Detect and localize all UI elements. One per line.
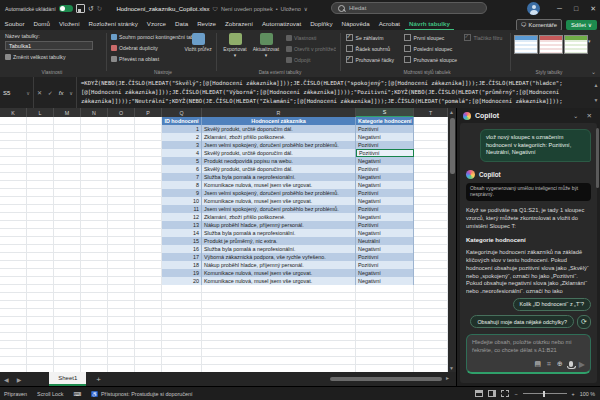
horizontal-scroll-thumb[interactable] (330, 377, 442, 381)
cell-review-text[interactable]: Zklamání, zboží přišlo poškozené. (202, 213, 356, 221)
cell-id[interactable]: 8 (162, 181, 202, 189)
cell-id[interactable]: 16 (162, 245, 202, 253)
scroll-up-icon[interactable]: ▲ (449, 109, 454, 115)
table-row[interactable]: 17Výborná zákaznická podpora, vše rychle… (162, 253, 414, 261)
checkbox-se-záhlavím[interactable]: Se záhlavím (346, 34, 394, 41)
microphone-icon[interactable] (569, 361, 573, 367)
comments-button[interactable]: 🗨 Komentáře (516, 19, 562, 31)
table-row[interactable]: 20Komunikace nulová, musel jsem vše urgo… (162, 277, 414, 285)
tab-automatizovat[interactable]: Automatizovat (257, 17, 305, 30)
cell-id[interactable]: 9 (162, 189, 202, 197)
cell-id[interactable]: 12 (162, 213, 202, 221)
cell-category[interactable]: Negativní (356, 277, 414, 285)
export-button[interactable]: Exportovat▾ (221, 33, 249, 69)
sheet-prev-icon[interactable]: ◀ (0, 376, 13, 383)
cell-category[interactable]: Negativní (356, 269, 414, 277)
save-icon[interactable] (76, 4, 85, 13)
copilot-collapse-icon[interactable]: ⌄ (571, 112, 580, 120)
cell-category[interactable]: Pozitivní (356, 165, 414, 173)
refresh-suggestions-icon[interactable]: ⟳ (577, 315, 591, 329)
cell-review-text[interactable]: Komunikace nulová, musel jsem vše urgova… (202, 277, 356, 285)
cell-category[interactable]: Negativní (356, 157, 414, 165)
insert-function-icon[interactable]: fx (59, 90, 64, 96)
checkbox-poslední-sloupec[interactable]: Poslední sloupec (404, 45, 457, 52)
column-header-P[interactable]: P (135, 108, 162, 117)
table-row[interactable]: 16Služba byla pomalá a neprofesionální.N… (162, 245, 414, 253)
table-row[interactable]: 5Produkt neodpovídá popisu na webu.Negat… (162, 157, 414, 165)
refresh-button[interactable]: Aktualizovat▾ (252, 33, 280, 69)
column-header-Q[interactable]: Q (162, 108, 202, 117)
cell-category[interactable]: Pozitivní (356, 221, 414, 229)
cell-category[interactable]: Negativní (356, 229, 414, 237)
cell-review-text[interactable]: Komunikace nulová, musel jsem vše urgova… (202, 197, 356, 205)
tab-zobrazení[interactable]: Zobrazení (221, 17, 258, 30)
tab-data[interactable]: Data (171, 17, 193, 30)
page-break-view-icon[interactable] (501, 390, 509, 397)
suggestion-chip[interactable]: Kolik „ID hodnocení“ z „T“? (513, 298, 591, 311)
cell-category[interactable]: Pozitivní (356, 189, 414, 197)
checkbox-pruhované-sloupce[interactable]: Pruhované sloupce (404, 56, 457, 63)
undo-icon[interactable]: ↺ (88, 5, 94, 12)
cell-id[interactable]: 6 (162, 165, 202, 173)
confirm-entry-icon[interactable]: ✓ (48, 89, 53, 96)
table-style-swatch[interactable] (539, 35, 563, 54)
sheet-next-icon[interactable]: ▶ (13, 376, 26, 383)
cell-review-text[interactable]: Nákup proběhl hladce, příjemný personál. (202, 261, 356, 269)
doc-label[interactable]: Není uveden popisek (221, 6, 273, 12)
table-row[interactable]: 19Komunikace nulová, musel jsem vše urgo… (162, 269, 414, 277)
table-row[interactable]: 14Služba byla pomalá a neprofesionální.N… (162, 229, 414, 237)
cell-review-text[interactable]: Skvělý produkt, určitě doporučím dál. (202, 149, 356, 157)
vertical-scroll-thumb[interactable] (450, 118, 455, 174)
zoom-in-icon[interactable]: + (572, 391, 575, 397)
cell-category[interactable]: Negativní (356, 245, 414, 253)
cell-category[interactable]: Pozitivní (356, 253, 414, 261)
column-header-L[interactable]: L (27, 108, 54, 117)
tab-revize[interactable]: Revize (193, 17, 221, 30)
table-header-cell[interactable]: Kategorie hodnocení (356, 117, 414, 125)
table-style-swatch[interactable] (514, 35, 538, 54)
cell-category[interactable]: Negativní (356, 197, 414, 205)
cell-id[interactable]: 20 (162, 277, 202, 285)
hscroll-right-icon[interactable]: ▸ (446, 374, 449, 381)
cell-category[interactable]: Pozitivní (356, 205, 414, 213)
cell-review-text[interactable]: Komunikace nulová, musel jsem vše urgova… (202, 269, 356, 277)
column-header-T[interactable]: T (414, 108, 448, 117)
cell-id[interactable]: 18 (162, 261, 202, 269)
cell-id[interactable]: 14 (162, 229, 202, 237)
tab-vložení[interactable]: Vložení (54, 17, 84, 30)
cell-category[interactable]: Negativní (356, 181, 414, 189)
table-header-cell[interactable]: Hodnocení zákazníka (202, 117, 356, 125)
zoom-level[interactable]: 100 % (580, 391, 595, 397)
vertical-scrollbar[interactable]: ▲ ▼ (448, 108, 456, 372)
table-row[interactable]: 12Zklamání, zboží přišlo poškozené.Negat… (162, 213, 414, 221)
cell-id[interactable]: 15 (162, 237, 202, 245)
prompt-guide-icon[interactable]: ▤ (534, 360, 541, 368)
tab-acrobat[interactable]: Acrobat (374, 17, 404, 30)
cell-id[interactable]: 17 (162, 253, 202, 261)
cell-id[interactable]: 7 (162, 173, 202, 181)
table-style-swatch[interactable] (564, 35, 588, 54)
namebox-chevron-icon[interactable]: ∨ (26, 90, 30, 96)
selected-cell[interactable]: Pozitivní (356, 149, 414, 157)
cell-grid[interactable]: ID hodnoceníHodnocení zákazníkaKategorie… (0, 117, 448, 372)
table-header-cell[interactable]: ID hodnocení (162, 117, 202, 125)
cell-review-text[interactable]: Produkt je průměrný, nic extra. (202, 237, 356, 245)
zoom-slider[interactable] (523, 393, 567, 394)
formula-chevron-icon[interactable]: ∨ (69, 90, 73, 96)
zoom-out-icon[interactable]: − (514, 391, 517, 397)
cell-id[interactable]: 2 (162, 133, 202, 141)
suggestion-chip[interactable]: Obsahují moje data nějaké odchylky? (470, 315, 574, 328)
cell-category[interactable]: Negativní (356, 213, 414, 221)
copilot-close-icon[interactable]: ✕ (585, 112, 594, 120)
styles-more-button[interactable]: ▾ (588, 38, 591, 44)
share-button[interactable]: Sdílet ∨ (566, 20, 597, 30)
add-sheet-button[interactable]: + (96, 375, 101, 384)
table-row[interactable]: 2Zklamání, zboží přišlo poškozené.Negati… (162, 133, 414, 141)
cell-review-text[interactable]: Služba byla pomalá a neprofesionální. (202, 245, 356, 253)
checkbox-řádek-souhrnů[interactable]: Řádek souhrnů (346, 45, 394, 52)
table-row[interactable]: 1Skvělý produkt, určitě doporučím dál.Po… (162, 125, 414, 133)
tab-nápověda[interactable]: Nápověda (337, 17, 374, 30)
cell-review-text[interactable]: Produkt neodpovídá popisu na webu. (202, 157, 356, 165)
resize-table-button[interactable]: Změnit velikost tabulky (5, 54, 101, 60)
cell-category[interactable]: Pozitivní (356, 261, 414, 269)
